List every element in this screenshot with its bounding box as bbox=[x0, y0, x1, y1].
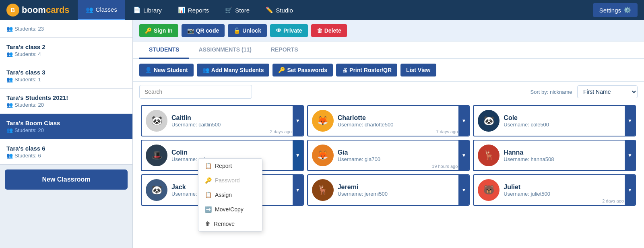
jack-dropdown-arrow[interactable]: ▼ bbox=[293, 175, 303, 205]
avatar-juliet: 🐻 bbox=[478, 179, 500, 201]
student-card-juliet[interactable]: 🐻 Juliet Username: juliet500 2 days ago … bbox=[473, 174, 636, 206]
sort-select[interactable]: First Name Last Name Nickname bbox=[577, 85, 638, 98]
dropdown-report[interactable]: 📋 Report bbox=[198, 159, 262, 173]
student-info-charlotte: Charlotte Username: charlotte500 bbox=[338, 114, 465, 128]
assign-icon: 📋 bbox=[205, 192, 212, 198]
settings-button[interactable]: Settings ⚙️ bbox=[593, 3, 638, 17]
avatar-gia: 🦊 bbox=[312, 145, 334, 166]
dropdown-password[interactable]: 🔑 Password bbox=[198, 173, 262, 188]
password-icon: 🔑 bbox=[205, 177, 212, 184]
list-view-button[interactable]: List View bbox=[400, 64, 436, 76]
student-card-charlotte[interactable]: 🦊 Charlotte Username: charlotte500 7 day… bbox=[307, 105, 470, 136]
sidebar-item-top-partial[interactable]: 👥 Students: 23 bbox=[0, 20, 132, 38]
students-icon: 👥 bbox=[6, 26, 13, 32]
student-card-hanna[interactable]: 🦌 Hanna Username: hanna508 ▼ bbox=[473, 140, 636, 171]
settings-label: Settings bbox=[599, 7, 621, 14]
sidebar-item-class2[interactable]: Tara's class 2 👥 Students: 4 bbox=[0, 38, 132, 63]
tab-assignments[interactable]: ASSIGNMENTS (11) bbox=[189, 41, 261, 59]
sidebar: 👥 Students: 23 Tara's class 2 👥 Students… bbox=[0, 20, 133, 248]
trash-icon: 🗑 bbox=[317, 27, 322, 34]
add-many-students-button[interactable]: 👥 Add Many Students bbox=[197, 64, 270, 76]
nav-item-store[interactable]: 🛒 Store bbox=[217, 0, 258, 20]
sign-in-button[interactable]: 🔑 Sign In bbox=[139, 24, 178, 37]
passwords-icon: 🔑 bbox=[278, 67, 285, 73]
students-icon-4: 👥 bbox=[6, 102, 13, 108]
logo-icon: B bbox=[6, 4, 19, 17]
new-student-button[interactable]: 👤 New Student bbox=[139, 64, 194, 76]
sidebar-item-boom-class[interactable]: Tara's Boom Class 👥 Students: 20 bbox=[0, 114, 132, 139]
colin-dropdown-arrow[interactable]: ▼ bbox=[293, 141, 303, 170]
gear-icon: ⚙️ bbox=[623, 6, 631, 14]
move-icon: ➡️ bbox=[205, 206, 212, 213]
unlock-icon: 🔓 bbox=[233, 27, 240, 34]
juliet-dropdown-arrow[interactable]: ▼ bbox=[625, 175, 635, 205]
main-layout: 👥 Students: 23 Tara's class 2 👥 Students… bbox=[0, 20, 644, 248]
content-tabs: STUDENTS ASSIGNMENTS (11) REPORTS bbox=[133, 41, 644, 59]
reports-icon: 📊 bbox=[178, 6, 186, 14]
qr-icon: 📷 bbox=[187, 27, 194, 34]
avatar-caitlin: 🐼 bbox=[146, 110, 167, 132]
students-icon-2: 👥 bbox=[6, 51, 13, 57]
sidebar-item-class3[interactable]: Tara's class 3 👥 Students: 1 bbox=[0, 63, 132, 89]
student-card-gia[interactable]: 🦊 Gia Username: gia700 19 hours ago ▼ bbox=[307, 140, 470, 171]
student-info-gia: Gia Username: gia700 bbox=[338, 149, 465, 162]
students-grid: 🐼 Caitlin Username: caitlin500 2 days ag… bbox=[133, 100, 644, 211]
search-sort-bar: Sort by: nickname First Name Last Name N… bbox=[133, 82, 644, 100]
student-card-jeremi[interactable]: 🦌 Jeremi Username: jeremi500 ▼ bbox=[307, 174, 470, 206]
dropdown-assign[interactable]: 📋 Assign bbox=[198, 188, 262, 202]
dropdown-move-copy[interactable]: ➡️ Move/Copy bbox=[198, 202, 262, 217]
student-card-cole[interactable]: 🐼 Cole Username: cole500 ▼ bbox=[473, 105, 636, 136]
print-icon: 🖨 bbox=[342, 67, 347, 73]
main-content: 🔑 Sign In 📷 QR code 🔓 Unlock 👁 Private 🗑… bbox=[133, 20, 644, 248]
students-icon-6: 👥 bbox=[6, 153, 13, 159]
nav-item-library[interactable]: 📄 Library bbox=[125, 0, 170, 20]
add-many-icon: 👥 bbox=[202, 67, 209, 73]
students-toolbar: 👤 New Student 👥 Add Many Students 🔑 Set … bbox=[133, 59, 644, 82]
eye-icon: 👁 bbox=[276, 27, 281, 34]
new-classroom-button[interactable]: New Classroom bbox=[5, 169, 128, 190]
student-info-hanna: Hanna Username: hanna508 bbox=[504, 149, 631, 162]
qr-code-button[interactable]: 📷 QR code bbox=[182, 24, 225, 37]
tab-reports[interactable]: REPORTS bbox=[261, 41, 308, 59]
unlock-button[interactable]: 🔓 Unlock bbox=[228, 24, 267, 37]
caitlin-dropdown-arrow[interactable]: ▼ bbox=[293, 106, 303, 136]
print-roster-button[interactable]: 🖨 Print Roster/QR bbox=[336, 64, 397, 76]
sidebar-item-students2021[interactable]: Tara's Students 2021! 👥 Students: 20 bbox=[0, 89, 132, 114]
cole-dropdown-arrow[interactable]: ▼ bbox=[625, 106, 635, 136]
classes-icon: 👥 bbox=[86, 6, 93, 13]
nav-item-classes[interactable]: 👥 Classes bbox=[78, 0, 125, 20]
hanna-dropdown-arrow[interactable]: ▼ bbox=[625, 141, 635, 170]
dropdown-remove[interactable]: 🗑 Remove bbox=[198, 217, 262, 231]
search-input[interactable] bbox=[139, 85, 252, 99]
student-card-caitlin[interactable]: 🐼 Caitlin Username: caitlin500 2 days ag… bbox=[141, 105, 304, 136]
avatar-charlotte: 🦊 bbox=[312, 110, 334, 132]
nav-items: 👥 Classes 📄 Library 📊 Reports 🛒 Store ✏️… bbox=[78, 0, 593, 20]
action-bar: 🔑 Sign In 📷 QR code 🔓 Unlock 👁 Private 🗑… bbox=[133, 20, 644, 41]
student-dropdown-menu: 📋 Report 🔑 Password 📋 Assign ➡️ Move/Cop… bbox=[198, 158, 262, 231]
studio-icon: ✏️ bbox=[266, 6, 273, 14]
student-info-caitlin: Caitlin Username: caitlin500 bbox=[171, 114, 299, 128]
charlotte-dropdown-arrow[interactable]: ▼ bbox=[458, 106, 469, 136]
nav-item-studio[interactable]: ✏️ Studio bbox=[258, 0, 301, 20]
students-icon-5: 👥 bbox=[6, 127, 13, 133]
set-passwords-button[interactable]: 🔑 Set Passwords bbox=[272, 64, 333, 76]
avatar-jack: 🐼 bbox=[146, 179, 167, 201]
jeremi-dropdown-arrow[interactable]: ▼ bbox=[458, 175, 469, 205]
avatar-cole: 🐼 bbox=[478, 110, 500, 132]
avatar-jeremi: 🦌 bbox=[312, 179, 334, 201]
logo: B boomcards bbox=[6, 4, 70, 17]
sort-label: Sort by: nickname bbox=[530, 89, 572, 95]
delete-button[interactable]: 🗑 Delete bbox=[311, 24, 347, 37]
student-card-colin[interactable]: 🎩 Colin Username: col... ▼ 📋 Report 🔑 Pa… bbox=[141, 140, 304, 171]
sidebar-item-class6[interactable]: Tara's class 6 👥 Students: 6 bbox=[0, 139, 132, 165]
top-nav: B boomcards 👥 Classes 📄 Library 📊 Report… bbox=[0, 0, 644, 20]
student-info-jeremi: Jeremi Username: jeremi500 bbox=[338, 184, 465, 197]
report-icon: 📋 bbox=[205, 163, 212, 169]
private-button[interactable]: 👁 Private bbox=[270, 24, 308, 37]
tab-students[interactable]: STUDENTS bbox=[139, 41, 189, 59]
students-icon-3: 👥 bbox=[6, 76, 13, 83]
gia-dropdown-arrow[interactable]: ▼ bbox=[458, 141, 469, 170]
logo-text: boomcards bbox=[22, 5, 70, 15]
nav-item-reports[interactable]: 📊 Reports bbox=[170, 0, 217, 20]
new-student-icon: 👤 bbox=[145, 67, 152, 73]
